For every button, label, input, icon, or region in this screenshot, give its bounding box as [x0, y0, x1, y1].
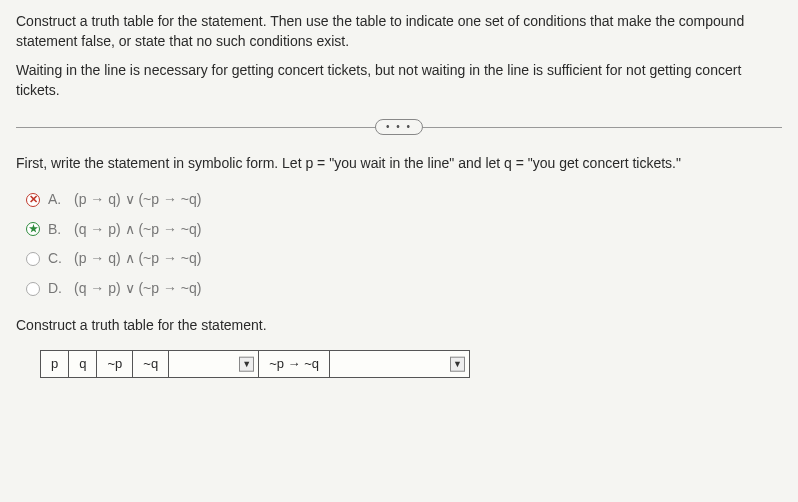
- truth-table-header-row: p q ~p ~q ▼ ~p → ~q ▼: [41, 350, 470, 377]
- truth-table-instruction: Construct a truth table for the statemen…: [16, 316, 782, 336]
- problem-statement: Waiting in the line is necessary for get…: [16, 61, 782, 100]
- section-divider: • • •: [16, 118, 782, 136]
- option-c-expression: (p → q) ∧ (~p → ~q): [74, 249, 201, 269]
- radio-d: [26, 282, 40, 296]
- col-not-q: ~q: [133, 350, 169, 377]
- option-b[interactable]: B. (q → p) ∧ (~p → ~q): [26, 220, 782, 240]
- instructions-text: Construct a truth table for the statemen…: [16, 12, 782, 51]
- option-a-label: A.: [48, 190, 66, 210]
- symbolic-form-prompt: First, write the statement in symbolic f…: [16, 154, 782, 174]
- option-a[interactable]: A. (p → q) ∨ (~p → ~q): [26, 190, 782, 210]
- col-not-p: ~p: [97, 350, 133, 377]
- option-b-label: B.: [48, 220, 66, 240]
- col-dropdown-1[interactable]: ▼: [169, 350, 259, 377]
- radio-b-correct-icon: [26, 222, 40, 236]
- option-d-label: D.: [48, 279, 66, 299]
- expand-button[interactable]: • • •: [375, 119, 423, 135]
- col-notp-implies-notq: ~p → ~q: [259, 350, 330, 377]
- chevron-down-icon: ▼: [450, 357, 465, 372]
- col-dropdown-2[interactable]: ▼: [330, 350, 470, 377]
- option-c[interactable]: C. (p → q) ∧ (~p → ~q): [26, 249, 782, 269]
- option-b-expression: (q → p) ∧ (~p → ~q): [74, 220, 201, 240]
- answer-options: A. (p → q) ∨ (~p → ~q) B. (q → p) ∧ (~p …: [26, 190, 782, 298]
- option-c-label: C.: [48, 249, 66, 269]
- truth-table: p q ~p ~q ▼ ~p → ~q ▼: [40, 350, 470, 378]
- radio-a-wrong-icon: [26, 193, 40, 207]
- radio-c: [26, 252, 40, 266]
- option-d[interactable]: D. (q → p) ∨ (~p → ~q): [26, 279, 782, 299]
- col-q: q: [69, 350, 97, 377]
- option-d-expression: (q → p) ∨ (~p → ~q): [74, 279, 201, 299]
- chevron-down-icon: ▼: [239, 357, 254, 372]
- col-p: p: [41, 350, 69, 377]
- option-a-expression: (p → q) ∨ (~p → ~q): [74, 190, 201, 210]
